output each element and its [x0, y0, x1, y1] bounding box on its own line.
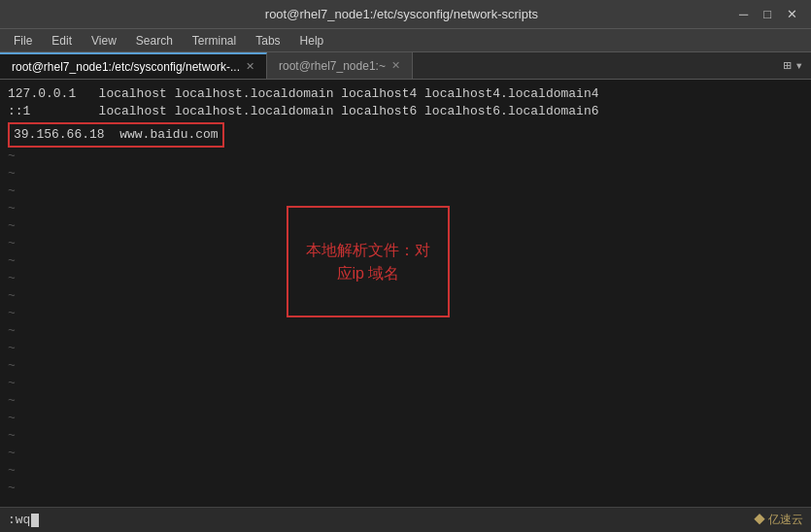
annotation-text: 本地解析文件：对应ip 域名	[306, 239, 430, 285]
tab-bar: root@rhel7_node1:/etc/sysconfig/network-…	[0, 52, 811, 80]
menu-tabs[interactable]: Tabs	[248, 32, 287, 50]
window-title: root@rhel7_node1:/etc/sysconfig/network-…	[68, 7, 735, 21]
terminal-line-highlight: 39.156.66.18 www.baidu.com	[8, 120, 803, 148]
new-tab-icon[interactable]: ⊞	[783, 57, 791, 74]
tab-icons: ⊞ ▾	[775, 52, 811, 79]
menu-help[interactable]: Help	[292, 32, 332, 50]
terminal-line-tilde: ~	[8, 340, 803, 357]
menu-edit[interactable]: Edit	[44, 32, 80, 50]
status-bar: :wq ◆ 亿速云	[0, 507, 811, 532]
window-controls: ─ □ ✕	[735, 7, 801, 21]
tab-label-2: root@rhel7_node1:~	[279, 59, 386, 73]
terminal-line-tilde: ~	[8, 445, 803, 462]
terminal-line-tilde: ~	[8, 462, 803, 480]
brand-label: ◆ 亿速云	[754, 512, 803, 528]
menu-view[interactable]: View	[84, 32, 124, 50]
minimize-button[interactable]: ─	[735, 7, 752, 21]
terminal-line-tilde: ~	[8, 148, 803, 165]
menu-file[interactable]: File	[6, 32, 40, 50]
annotation-box: 本地解析文件：对应ip 域名	[287, 206, 450, 317]
title-bar: root@rhel7_node1:/etc/sysconfig/network-…	[0, 0, 811, 29]
terminal-area[interactable]: 127.0.0.1 localhost localhost.localdomai…	[0, 80, 811, 507]
command-text: :wq	[8, 513, 30, 527]
tab-label-1: root@rhel7_node1:/etc/sysconfig/network-…	[12, 60, 240, 74]
tab-home[interactable]: root@rhel7_node1:~ ✕	[267, 52, 413, 79]
terminal-line-tilde: ~	[8, 410, 803, 427]
tab-spacer	[413, 52, 775, 79]
terminal-line-tilde: ~	[8, 165, 803, 183]
menu-terminal[interactable]: Terminal	[185, 32, 244, 50]
tab-close-1[interactable]: ✕	[246, 60, 254, 73]
tab-network-scripts[interactable]: root@rhel7_node1:/etc/sysconfig/network-…	[0, 52, 267, 79]
menu-search[interactable]: Search	[128, 32, 181, 50]
terminal-line-tilde: ~	[8, 375, 803, 392]
tab-close-2[interactable]: ✕	[391, 59, 400, 72]
terminal-line-tilde: ~	[8, 183, 803, 200]
maximize-button[interactable]: □	[760, 7, 775, 21]
vim-command: :wq	[8, 513, 39, 527]
terminal-line: ::1 localhost localhost.localdomain loca…	[8, 103, 803, 120]
terminal-line-tilde: ~	[8, 480, 803, 497]
terminal-line-tilde: ~	[8, 322, 803, 340]
terminal-line: 127.0.0.1 localhost localhost.localdomai…	[8, 85, 803, 103]
terminal-line-tilde: ~	[8, 392, 803, 410]
menu-bar: File Edit View Search Terminal Tabs Help	[0, 29, 811, 52]
cursor	[31, 514, 39, 527]
hosts-entry: 39.156.66.18 www.baidu.com	[8, 122, 224, 148]
tab-dropdown-icon[interactable]: ▾	[795, 57, 803, 74]
terminal-line-tilde: ~	[8, 357, 803, 375]
close-button[interactable]: ✕	[783, 7, 801, 21]
terminal-line-tilde: ~	[8, 427, 803, 445]
